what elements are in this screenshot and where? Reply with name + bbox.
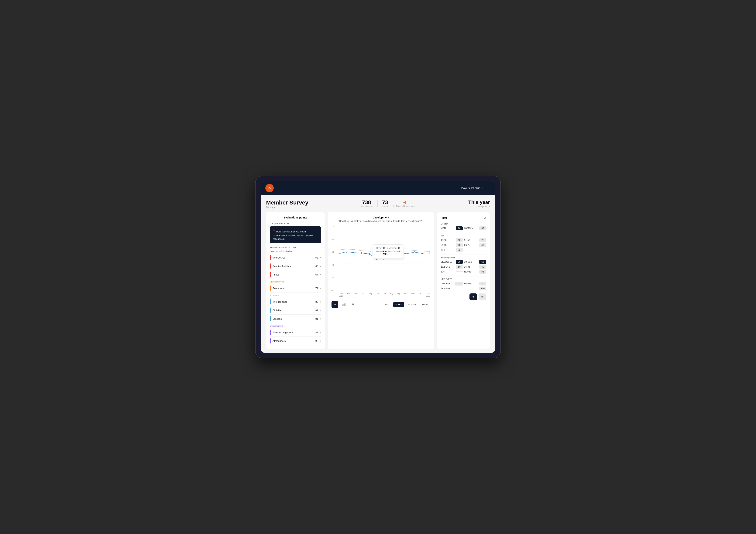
filter-age-51-65[interactable]: 51-65 48 <box>441 243 463 247</box>
eval-item-golf-shop[interactable]: The golf shop 80 › <box>270 297 321 306</box>
hash-toggle-btn[interactable]: # <box>470 293 477 300</box>
balance-items: The golf shop 80 › Club life 81 › <box>270 297 321 323</box>
arrow-icon-6: › <box>320 309 321 312</box>
svg-point-16 <box>406 253 408 254</box>
overperform-items: The club in general 88 › Atmosphere 92 › <box>270 328 321 345</box>
filter-men[interactable]: MEN 76 <box>441 226 463 230</box>
arrow-icon-3: › <box>320 273 321 276</box>
filter-below10[interactable]: BELOW 10 70 <box>441 260 463 264</box>
age-group: Age 18-30 60 31-50 25 <box>441 235 486 252</box>
chart-tooltip: Score 60 Benchmark 63 Month Jun 2021 Res… <box>373 244 403 259</box>
filter-woman[interactable]: WOMAN 69 <box>464 226 486 230</box>
underperform-label: Underperforming <box>270 281 321 283</box>
overperform-label: Overperforming <box>270 325 321 327</box>
handicap-row-2: 18.5-24.9 50 25-36 40 <box>441 265 486 269</box>
app-logo: p <box>265 184 274 192</box>
eval-item-practise[interactable]: Practise facilities 66 › <box>270 262 321 270</box>
benchmark-stat: -4 Vs. National benchmark ▾ <box>392 200 417 207</box>
age-row-1: 18-30 60 31-50 25 <box>441 238 486 242</box>
bar-purple-2 <box>270 338 271 343</box>
bar-orange-1 <box>270 286 271 291</box>
day-btn[interactable]: DAY <box>383 302 392 307</box>
evaluations-panel: Evaluations points Net promoter score Ho… <box>266 212 325 349</box>
club-selector[interactable]: Players 1st Club ▾ <box>461 187 483 190</box>
chart-controls: DAY WEEK MONTH YEAR <box>332 299 430 308</box>
svg-point-7 <box>346 251 347 252</box>
gender-label: Gender <box>441 223 486 225</box>
bar-red-3 <box>270 272 271 277</box>
eval-item-atmosphere[interactable]: Atmosphere 92 › <box>270 337 321 345</box>
filter-37plus[interactable]: 37+ <box>441 270 463 274</box>
handicap-row-1: BELOW 10 70 10-18.5 65 <box>441 260 486 264</box>
main-columns: Evaluations points Net promoter score Ho… <box>266 212 490 349</box>
page-stats: 738 Total answers 73 Score -4 Vs. Nation… <box>360 199 417 208</box>
underperform-items: Restaurant 71 › <box>270 284 321 292</box>
filter-age-31-50[interactable]: 31-50 25 <box>464 238 486 242</box>
nps-label: Net promoter score <box>270 222 321 225</box>
nps-row-2: Promoter 100 <box>441 287 486 291</box>
filter-age-75plus[interactable]: 75 + 33 <box>441 248 463 252</box>
total-answers: 738 Total answers <box>360 199 373 208</box>
eval-item-lessons[interactable]: Lessons 81 › <box>270 315 321 323</box>
tooltip-responses-label: Responses <box>388 250 399 255</box>
bar-chart-btn[interactable] <box>340 301 347 308</box>
reset-filter-icon[interactable]: ↺ <box>484 216 486 219</box>
percent-toggle-btn[interactable]: % <box>478 293 486 300</box>
tooltip-benchmark-value: 63 <box>398 247 400 249</box>
arrow-icon-1: › <box>320 256 321 259</box>
time-period-dropdown[interactable]: Time period ▾ <box>468 205 490 208</box>
svg-rect-21 <box>344 304 344 306</box>
eval-item-club-life[interactable]: Club life 81 › <box>270 306 321 315</box>
svg-point-19 <box>430 252 430 254</box>
tablet-inner: p Players 1st Club ▾ Member Survey <box>261 181 495 353</box>
svg-point-8 <box>353 252 355 253</box>
bar-red-2 <box>270 264 271 269</box>
week-btn[interactable]: WEEK <box>393 302 404 307</box>
service-header: Service areas & touch points <box>270 246 321 249</box>
filter-10-18[interactable]: 10-18.5 65 <box>464 260 486 264</box>
page-content: Member Survey Survey ▾ 738 Total answers… <box>261 195 495 353</box>
eval-item-course[interactable]: The Course 63 › <box>270 253 321 262</box>
filter-detractor[interactable]: Detractor -100 <box>441 282 463 286</box>
development-panel: Development How likely is it that you wo… <box>328 212 434 349</box>
balance-label: In balance <box>270 294 321 296</box>
evaluations-title: Evaluations points <box>270 216 321 219</box>
svg-rect-20 <box>343 305 343 306</box>
hamburger-menu[interactable] <box>486 187 491 190</box>
chart-question: How likely is it that you would recommen… <box>332 220 430 222</box>
age-row-3: 75 + 33 <box>441 248 486 252</box>
bar-blue-3 <box>270 316 271 321</box>
age-label: Age <box>441 235 486 237</box>
filter-promoter[interactable]: Promoter 100 <box>441 287 486 291</box>
tooltip-benchmark-label: Benchmark <box>386 247 397 249</box>
filter-chart-btn[interactable] <box>350 301 357 308</box>
filter-age-66-75[interactable]: 66-75 43 <box>464 243 486 247</box>
x-axis: Jan2021 Feb Mar Apr May Jun Jul Aug Sep … <box>339 292 430 297</box>
gender-group: Gender MEN 76 WOMAN 69 <box>441 223 486 230</box>
eval-item-club-general[interactable]: The club in general 88 › <box>270 328 321 337</box>
eval-item-restaurant[interactable]: Restaurant 71 › <box>270 284 321 292</box>
line-chart-btn[interactable] <box>332 301 338 308</box>
bar-blue-2 <box>270 308 271 313</box>
year-btn[interactable]: YEAR <box>419 302 430 307</box>
time-buttons: DAY WEEK MONTH YEAR <box>383 302 430 307</box>
survey-dropdown[interactable]: Survey ▾ <box>266 206 308 209</box>
benchmark-dropdown[interactable]: Vs. National benchmark ▾ <box>392 205 417 207</box>
time-period: This year Time period ▾ <box>468 199 490 208</box>
handicap-group: Handicap index BELOW 10 70 10-18.5 65 <box>441 256 486 274</box>
filter-age-18-30[interactable]: 18-30 60 <box>441 238 463 242</box>
eval-item-prices[interactable]: Prices 67 › <box>270 270 321 279</box>
chart-icon-group <box>332 301 357 308</box>
filter-passive[interactable]: Passive 0 <box>464 282 486 286</box>
arrow-icon-5: › <box>320 300 321 303</box>
age-row-2: 51-65 48 66-75 43 <box>441 243 486 247</box>
month-btn[interactable]: MONTH <box>405 302 418 307</box>
filter-18-24[interactable]: 18.5-24.9 50 <box>441 265 463 269</box>
svg-rect-22 <box>345 303 345 306</box>
arrow-icon-4: › <box>320 287 321 290</box>
tablet-frame: p Players 1st Club ▾ Member Survey <box>255 176 501 358</box>
filter-none[interactable]: NONE 63 <box>464 270 486 274</box>
app-header: p Players 1st Club ▾ <box>261 181 495 195</box>
svg-point-9 <box>361 252 362 254</box>
filter-25-36[interactable]: 25-36 40 <box>464 265 486 269</box>
